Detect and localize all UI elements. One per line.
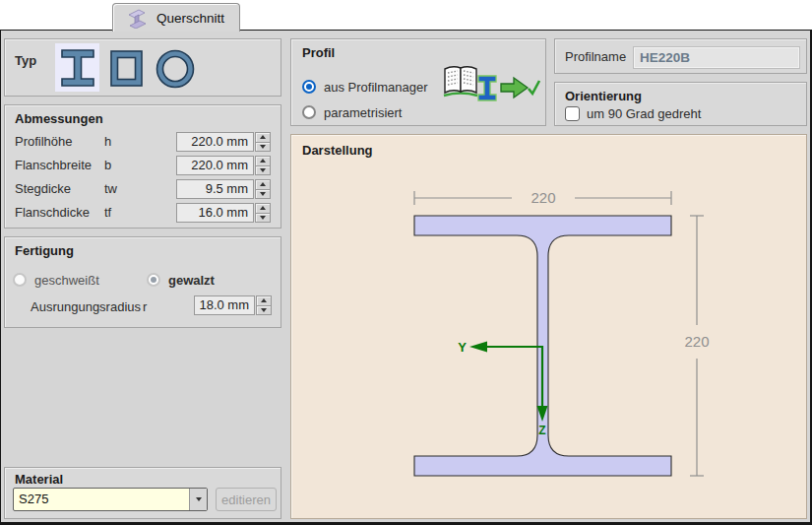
- ibeam-3d-icon: [126, 7, 148, 29]
- flanschbreite-input[interactable]: 220.0 mm: [176, 156, 271, 175]
- profilname-value: HE220B: [640, 50, 690, 65]
- type-circle-button[interactable]: [154, 48, 197, 90]
- radius-label: Ausrungungsradius: [31, 299, 141, 314]
- editieren-label: editieren: [221, 492, 271, 507]
- down-arrow-icon: [261, 308, 267, 312]
- type-ibeam-button[interactable]: [55, 43, 99, 92]
- spin-down-button[interactable]: [255, 165, 271, 176]
- circle-shape-icon: [154, 48, 197, 90]
- group-fertigung: Fertigung geschweißt gewalzt Ausrungungs…: [4, 236, 281, 328]
- radio-geschweisst[interactable]: [13, 273, 27, 287]
- radio-gewalzt-label[interactable]: gewalzt: [168, 273, 215, 288]
- fertigung-title: Fertigung: [15, 243, 74, 258]
- group-abmessungen: Abmessungen Profilhöhe h 220.0 mm Flansc…: [4, 104, 281, 229]
- profil-title: Profil: [302, 45, 335, 60]
- width-dimension-value: 220: [531, 189, 555, 206]
- up-arrow-icon: [260, 182, 266, 186]
- row-symbol: b: [104, 158, 111, 172]
- spin-down-button[interactable]: [255, 213, 271, 224]
- row-label: Flanschdicke: [15, 205, 90, 220]
- group-typ: Typ: [4, 38, 281, 97]
- group-profilname: Profilname HE220B: [554, 38, 807, 74]
- up-arrow-icon: [260, 159, 266, 163]
- down-arrow-icon: [260, 168, 266, 172]
- profilname-field[interactable]: HE220B: [633, 46, 800, 69]
- orientierung-title: Orientierung: [565, 89, 642, 103]
- tab-label: Querschnitt: [156, 11, 224, 26]
- stegdicke-input[interactable]: 9.5 mm: [176, 179, 271, 199]
- cross-section-drawing: 220 220 Y Z: [291, 135, 806, 518]
- stegdicke-value[interactable]: 9.5 mm: [176, 179, 254, 199]
- profilhoehe-value[interactable]: 220.0 mm: [176, 132, 254, 152]
- stegdicke-spinner[interactable]: [255, 179, 271, 199]
- spin-down-button[interactable]: [255, 189, 271, 200]
- profilhoehe-input[interactable]: 220.0 mm: [176, 132, 271, 152]
- down-arrow-icon: [260, 216, 266, 220]
- row-symbol: tf: [104, 205, 111, 220]
- flanschbreite-spinner[interactable]: [255, 156, 271, 175]
- y-axis-label: Y: [458, 340, 467, 355]
- up-arrow-icon: [260, 206, 266, 210]
- radio-parametrisiert[interactable]: [302, 105, 316, 119]
- flanschbreite-value[interactable]: 220.0 mm: [176, 156, 254, 175]
- radius-symbol: r: [143, 299, 147, 314]
- row-label: Profilhöhe: [15, 134, 73, 149]
- row-label: Stegdicke: [15, 181, 71, 196]
- spin-down-button[interactable]: [256, 305, 272, 316]
- abmessungen-title: Abmessungen: [15, 111, 103, 126]
- material-title: Material: [15, 472, 63, 487]
- axis-arrows: [469, 342, 548, 423]
- ausrundungsradius-value[interactable]: 18.0 mm: [194, 295, 255, 315]
- box-shape-icon: [108, 48, 146, 90]
- group-darstellung: 220 220 Y Z Darstellung: [290, 134, 807, 519]
- radio-aus-profilmanager[interactable]: [302, 80, 316, 94]
- tab-querschnitt[interactable]: Querschnitt: [112, 3, 240, 32]
- rotate-90-label[interactable]: um 90 Grad gedreht: [587, 106, 701, 121]
- flanschdicke-value[interactable]: 16.0 mm: [176, 203, 254, 223]
- material-select[interactable]: S275: [13, 488, 208, 511]
- profilmanager-icon: [441, 61, 541, 108]
- chevron-down-icon: [196, 497, 202, 501]
- row-symbol: h: [104, 134, 111, 149]
- application-window: Querschnitt Typ Abmessungen Profilhöhe h: [0, 0, 812, 525]
- typ-label: Typ: [15, 53, 36, 68]
- ibeam-shape-icon: [58, 46, 97, 90]
- dropdown-arrow-button[interactable]: [189, 489, 207, 510]
- up-arrow-icon: [260, 135, 266, 139]
- profilname-label: Profilname: [565, 49, 626, 64]
- profilhoehe-spinner[interactable]: [255, 132, 271, 152]
- editieren-button[interactable]: editieren: [216, 488, 277, 511]
- radio-parametrisiert-label[interactable]: parametrisiert: [324, 105, 402, 120]
- radio-geschweisst-label[interactable]: geschweißt: [34, 273, 99, 288]
- ausrundungsradius-spinner[interactable]: [256, 295, 272, 315]
- row-symbol: tw: [104, 181, 117, 196]
- down-arrow-icon: [260, 145, 266, 149]
- ausrundungsradius-input[interactable]: 18.0 mm: [194, 295, 272, 315]
- group-profil: Profil aus Profilmanager parametrisiert: [290, 38, 546, 126]
- type-box-button[interactable]: [108, 48, 146, 90]
- spin-down-button[interactable]: [255, 142, 271, 153]
- flanschdicke-input[interactable]: 16.0 mm: [176, 203, 271, 223]
- y-axis-arrowhead: [469, 342, 487, 353]
- height-dimension-value: 220: [684, 333, 709, 350]
- down-arrow-icon: [260, 192, 266, 196]
- rotate-90-checkbox[interactable]: [565, 106, 580, 121]
- group-orientierung: Orientierung um 90 Grad gedreht: [554, 82, 807, 126]
- z-axis-label: Z: [538, 424, 545, 437]
- radio-gewalzt[interactable]: [147, 273, 160, 287]
- up-arrow-icon: [261, 298, 267, 302]
- row-label: Flanschbreite: [15, 158, 92, 172]
- flanschdicke-spinner[interactable]: [255, 203, 271, 223]
- group-material: Material S275 editieren: [4, 467, 281, 519]
- material-selected-value: S275: [14, 489, 189, 510]
- radio-aus-profilmanager-label[interactable]: aus Profilmanager: [324, 80, 428, 95]
- darstellung-title: Darstellung: [302, 143, 373, 158]
